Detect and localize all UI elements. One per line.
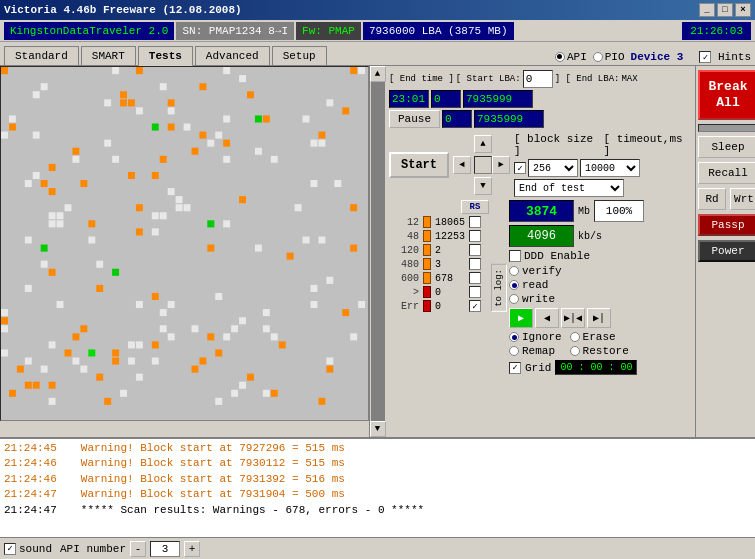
device-options: API PIO Device 3 Hints [555, 51, 751, 66]
api-radio[interactable] [555, 52, 565, 62]
lba-inputs: [ End time ] [ Start LBA: ] [ End LBA: M… [389, 70, 691, 130]
grid-scrollbar[interactable]: ▲ ▼ [369, 66, 385, 437]
stat-bar-120 [423, 244, 431, 256]
mode-select[interactable]: End of test [514, 179, 624, 197]
stat-check-48[interactable] [469, 230, 481, 242]
stats-and-controls: RS 12 18065 48 12253 [389, 200, 691, 375]
end-lba-input[interactable] [463, 90, 533, 108]
maximize-button[interactable]: □ [717, 3, 733, 17]
play-button[interactable]: ▶ [509, 308, 533, 328]
stat-value-gt: 0 [435, 287, 465, 298]
stat-check-120[interactable] [469, 244, 481, 256]
break-all-button[interactable]: BreakAll [698, 70, 755, 120]
restore-radio[interactable] [570, 346, 580, 356]
sound-option[interactable]: sound [4, 543, 52, 555]
time-input[interactable] [389, 90, 429, 108]
block-checkbox[interactable] [514, 162, 526, 174]
api-number-input[interactable] [150, 541, 180, 557]
tab-setup[interactable]: Setup [272, 46, 327, 65]
log-line-5: 21:24:47 ***** Scan results: Warnings - … [4, 503, 751, 518]
skip-forward[interactable]: ▶|◀ [561, 308, 585, 328]
stat-check-gt[interactable] [469, 286, 481, 298]
sound-checkbox[interactable] [4, 543, 16, 555]
verify-option[interactable]: verify [509, 265, 691, 277]
time-display: 21:26:03 [682, 22, 751, 40]
nav-down[interactable]: ▼ [474, 177, 492, 195]
tab-standard[interactable]: Standard [4, 46, 79, 65]
hints-checkbox[interactable] [699, 51, 711, 63]
api-increment[interactable]: + [184, 541, 200, 557]
restore-option[interactable]: Restore [570, 345, 629, 357]
stat-row-480: 480 3 [389, 258, 489, 270]
read-label: read [522, 279, 548, 291]
rs-button[interactable]: RS [461, 200, 489, 214]
start-lba-display[interactable] [431, 90, 461, 108]
write-radio[interactable] [509, 294, 519, 304]
mode-radio-group: verify read write [509, 265, 691, 305]
tab-smart[interactable]: SMART [81, 46, 136, 65]
log-button[interactable]: to log: [491, 264, 507, 312]
block-timeout-area: [ block size ] [ timeout,ms ] 256 10000 [514, 133, 691, 197]
stat-check-600[interactable] [469, 272, 481, 284]
block-size-select[interactable]: 256 [528, 159, 578, 177]
grid-checkbox[interactable] [509, 362, 521, 374]
api-option[interactable]: API [555, 51, 587, 63]
erase-radio[interactable] [570, 332, 580, 342]
left-panel: ▲ ▼ [0, 66, 385, 437]
passp-button[interactable]: Passp [698, 214, 755, 236]
device-bar: KingstonDataTraveler 2.0 SN: PMAP1234 8→… [0, 20, 755, 42]
scan-grid[interactable] [0, 66, 369, 421]
hints-checkbox-area[interactable]: Hints [699, 51, 751, 64]
ignore-option[interactable]: Ignore [509, 331, 562, 343]
restore-label: Restore [583, 345, 629, 357]
nav-left[interactable]: ◄ [453, 156, 471, 174]
device-name[interactable]: KingstonDataTraveler 2.0 [4, 22, 174, 40]
wrt-button[interactable]: Wrt [730, 188, 755, 210]
pause-button[interactable]: Pause [389, 110, 440, 128]
stat-check-err[interactable] [469, 300, 481, 312]
second-endlba-input[interactable] [474, 110, 544, 128]
ignore-radio[interactable] [509, 332, 519, 342]
scroll-down[interactable]: ▼ [370, 421, 386, 437]
erase-label: Erase [583, 331, 616, 343]
write-option[interactable]: write [509, 293, 691, 305]
kbs-row: 4096 kb/s [509, 225, 691, 247]
ddd-checkbox[interactable] [509, 250, 521, 262]
rd-button[interactable]: Rd [698, 188, 726, 210]
pio-option[interactable]: PIO [593, 51, 625, 63]
verify-radio[interactable] [509, 266, 519, 276]
rewind-button[interactable]: ◀ [535, 308, 559, 328]
skip-end[interactable]: ▶| [587, 308, 611, 328]
tab-advanced[interactable]: Advanced [195, 46, 270, 65]
pio-radio[interactable] [593, 52, 603, 62]
checkbox-block[interactable] [514, 162, 526, 175]
remap-option[interactable]: Remap [509, 345, 562, 357]
stat-check-480[interactable] [469, 258, 481, 270]
remap-radio[interactable] [509, 346, 519, 356]
recall-button[interactable]: Recall [698, 162, 755, 184]
ignore-label: Ignore [522, 331, 562, 343]
power-button[interactable]: Power [698, 240, 755, 262]
nav-right[interactable]: ► [492, 156, 510, 174]
scroll-up[interactable]: ▲ [370, 66, 386, 82]
bottom-bar: sound API number - + [0, 537, 755, 559]
led-indicator [698, 124, 755, 132]
stat-row-gt: > 0 [389, 286, 489, 298]
start-lba-input[interactable] [523, 70, 553, 88]
far-right-panel: BreakAll Sleep Recall Rd Wrt Passp Power [695, 66, 755, 437]
stat-check-12[interactable] [469, 216, 481, 228]
scroll-track[interactable] [371, 82, 385, 421]
tab-tests[interactable]: Tests [138, 46, 193, 66]
nav-up[interactable]: ▲ [474, 135, 492, 153]
read-option[interactable]: read [509, 279, 691, 291]
minimize-button[interactable]: _ [699, 3, 715, 17]
second-zero-input[interactable] [442, 110, 472, 128]
api-decrement[interactable]: - [130, 541, 146, 557]
erase-option[interactable]: Erase [570, 331, 629, 343]
middle-panel: [ End time ] [ Start LBA: ] [ End LBA: M… [385, 66, 695, 437]
close-button[interactable]: × [735, 3, 751, 17]
read-radio[interactable] [509, 280, 519, 290]
timeout-select[interactable]: 10000 [580, 159, 640, 177]
sleep-button[interactable]: Sleep [698, 136, 755, 158]
start-button[interactable]: Start [389, 152, 449, 178]
